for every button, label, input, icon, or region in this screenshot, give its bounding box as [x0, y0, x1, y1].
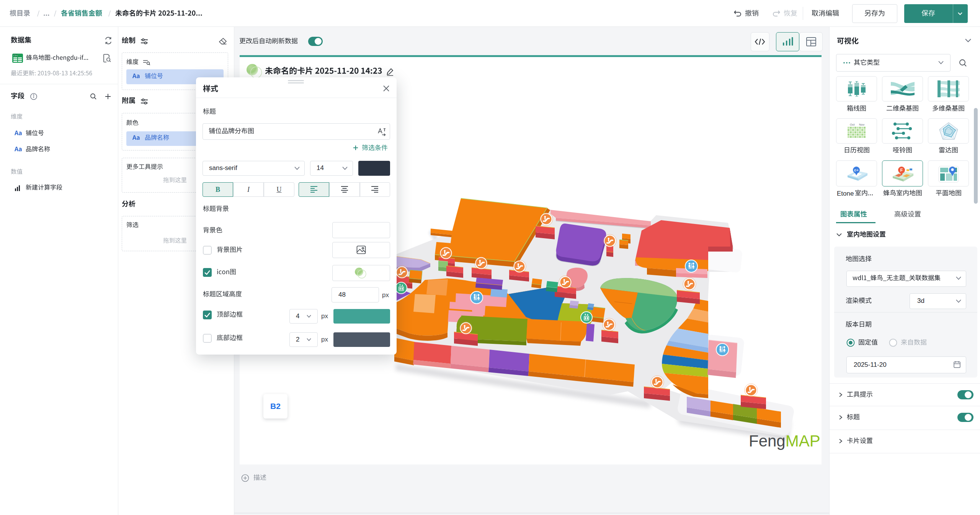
svg-text:e+: e+ [854, 168, 859, 172]
svg-text:F: F [900, 168, 903, 172]
svg-text:Nov: Nov [859, 123, 864, 126]
svg-text:CSV: CSV [13, 54, 18, 57]
svg-text:Oct: Oct [850, 123, 855, 126]
